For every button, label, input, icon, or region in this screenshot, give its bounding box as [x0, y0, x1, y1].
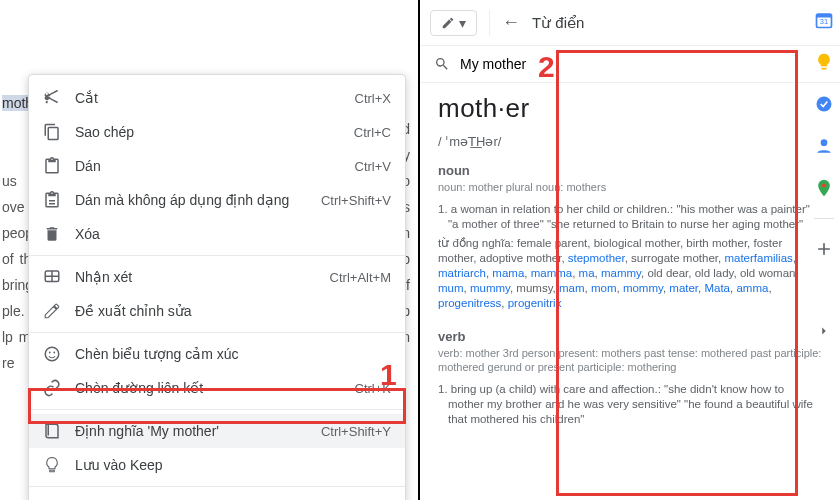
menu-item-label: Chèn đường liên kết: [75, 380, 341, 396]
menu-item-rotate[interactable]: Thay đổi trang sang hướng ngang: [29, 491, 405, 500]
menu-item-label: Xóa: [75, 226, 377, 242]
suggest-icon: [43, 302, 61, 320]
verb-definition-1: 1. bring up (a child) with care and affe…: [438, 382, 822, 427]
menu-item-label: Dán: [75, 158, 341, 174]
back-button[interactable]: ←: [502, 12, 520, 33]
add-icon[interactable]: [812, 237, 836, 261]
menu-item-label: Nhận xét: [75, 269, 316, 285]
menu-item-delete[interactable]: Xóa: [29, 217, 405, 251]
menu-item-label: Đề xuất chỉnh sửa: [75, 303, 377, 319]
synonym-link[interactable]: mama: [492, 267, 524, 279]
synonym-link[interactable]: progenitrix: [508, 297, 562, 309]
annotation-number-1: 1: [380, 358, 397, 392]
menu-item-label: Sao chép: [75, 124, 340, 140]
pos-noun: noun: [438, 163, 822, 178]
menu-separator: [29, 332, 405, 333]
svg-point-3: [53, 352, 55, 354]
pen-icon: [441, 16, 455, 30]
svg-point-2: [49, 352, 51, 354]
menu-item-copy[interactable]: Sao chépCtrl+C: [29, 115, 405, 149]
synonym-link[interactable]: matriarch: [438, 267, 486, 279]
context-menu: CắtCtrl+XSao chépCtrl+CDánCtrl+VDán mà k…: [28, 74, 406, 500]
menu-separator: [29, 486, 405, 487]
keep-icon: [43, 456, 61, 474]
synonym-link[interactable]: mamma: [531, 267, 573, 279]
calendar-icon[interactable]: 31: [812, 8, 836, 32]
svg-point-7: [817, 97, 832, 112]
dictionary-search-row: [420, 46, 840, 83]
synonym-link[interactable]: mommy: [623, 282, 663, 294]
verb-forms: verb: mother 3rd person present: mothers…: [438, 346, 822, 374]
menu-item-label: Chèn biểu tượng cảm xúc: [75, 346, 377, 362]
cut-icon: [43, 89, 61, 107]
menu-item-keep[interactable]: Lưu vào Keep: [29, 448, 405, 482]
svg-point-8: [821, 139, 828, 146]
svg-text:31: 31: [820, 17, 828, 26]
menu-item-shortcut: Ctrl+X: [355, 91, 391, 106]
menu-item-label: Định nghĩa 'My mother': [75, 423, 307, 439]
toolbar: ▾ ← Từ điển ✕: [420, 0, 840, 46]
synonym-link[interactable]: progenitress: [438, 297, 501, 309]
contacts-icon[interactable]: [812, 134, 836, 158]
synonym-link[interactable]: materfamilias: [724, 252, 792, 264]
right-panel: ▾ ← Từ điển ✕ moth·er / ˈməT͟Hər/ noun n…: [420, 0, 840, 500]
toolbar-divider: [489, 10, 490, 36]
synonym-link[interactable]: mammy: [601, 267, 641, 279]
paste-icon: [43, 157, 61, 175]
synonym-link[interactable]: mummy: [470, 282, 510, 294]
menu-item-label: Cắt: [75, 90, 341, 106]
menu-item-shortcut: Ctrl+C: [354, 125, 391, 140]
keep-icon[interactable]: [812, 50, 836, 74]
menu-item-comment[interactable]: Nhận xétCtrl+Alt+M: [29, 260, 405, 294]
synonym-link[interactable]: mater: [669, 282, 698, 294]
menu-item-shortcut: Ctrl+Shift+V: [321, 193, 391, 208]
rail-divider: [814, 218, 834, 219]
link-icon: [43, 379, 61, 397]
left-panel: moth ime and e alway usant in o oveys tr…: [0, 0, 420, 500]
svg-point-1: [45, 347, 59, 361]
dictionary-result: moth·er / ˈməT͟Hər/ noun noun: mother pl…: [420, 83, 840, 481]
synonym-link[interactable]: mum: [438, 282, 464, 294]
synonym-link[interactable]: amma: [736, 282, 768, 294]
maps-icon[interactable]: [812, 176, 836, 200]
menu-item-paste[interactable]: DánCtrl+V: [29, 149, 405, 183]
menu-item-emoji[interactable]: Chèn biểu tượng cảm xúc: [29, 337, 405, 371]
copy-icon: [43, 123, 61, 141]
search-icon: [434, 56, 450, 72]
pronunciation: / ˈməT͟Hər/: [438, 134, 822, 149]
noun-definition-1: 1. a woman in relation to her child or c…: [438, 202, 822, 232]
side-rail: 31: [812, 8, 836, 343]
collapse-rail-icon[interactable]: [812, 319, 836, 343]
headword: moth·er: [438, 93, 822, 124]
define-icon: [43, 422, 61, 440]
synonym-link[interactable]: ma: [579, 267, 595, 279]
menu-item-cut[interactable]: CắtCtrl+X: [29, 81, 405, 115]
menu-item-label: Lưu vào Keep: [75, 457, 377, 473]
menu-separator: [29, 409, 405, 410]
annotation-number-2: 2: [538, 50, 555, 84]
menu-item-define[interactable]: Định nghĩa 'My mother'Ctrl+Shift+Y: [29, 414, 405, 448]
tasks-icon[interactable]: [812, 92, 836, 116]
menu-separator: [29, 255, 405, 256]
emoji-icon: [43, 345, 61, 363]
panel-title: Từ điển: [532, 14, 805, 32]
svg-point-9: [822, 183, 826, 187]
dictionary-search-input[interactable]: [460, 56, 826, 72]
menu-item-link[interactable]: Chèn đường liên kếtCtrl+K: [29, 371, 405, 405]
synonym-link[interactable]: mam: [559, 282, 585, 294]
paste-plain-icon: [43, 191, 61, 209]
delete-icon: [43, 225, 61, 243]
noun-forms: noun: mother plural noun: mothers: [438, 180, 822, 194]
pos-verb: verb: [438, 329, 822, 344]
menu-item-shortcut: Ctrl+V: [355, 159, 391, 174]
menu-item-shortcut: Ctrl+Shift+Y: [321, 424, 391, 439]
synonym-link[interactable]: mom: [591, 282, 617, 294]
noun-synonyms: từ đồng nghĩa: female parent, biological…: [438, 236, 822, 311]
synonym-link[interactable]: stepmother: [568, 252, 625, 264]
synonym-link[interactable]: Mata: [704, 282, 730, 294]
menu-item-label: Dán mà không áp dụng định dạng: [75, 192, 307, 208]
comment-icon: [43, 268, 61, 286]
ink-tool-dropdown[interactable]: ▾: [430, 10, 477, 36]
menu-item-paste-plain[interactable]: Dán mà không áp dụng định dạngCtrl+Shift…: [29, 183, 405, 217]
menu-item-suggest[interactable]: Đề xuất chỉnh sửa: [29, 294, 405, 328]
